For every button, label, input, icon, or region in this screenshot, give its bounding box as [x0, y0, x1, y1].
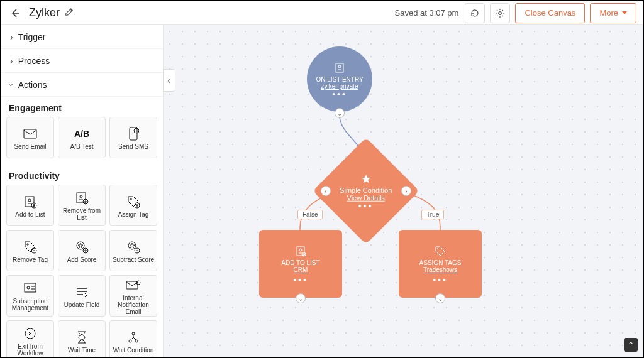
section-process[interactable]: › Process	[1, 49, 163, 73]
tiles-engagement: Send Email A/B A/B Test Send SMS	[1, 117, 163, 165]
node-subtitle: CRM	[294, 266, 308, 273]
close-canvas-button[interactable]: Close Canvas	[515, 3, 585, 23]
svg-point-32	[299, 249, 302, 251]
tile-ab-test[interactable]: A/B A/B Test	[58, 117, 106, 158]
group-title: Engagement	[1, 97, 163, 117]
tile-update-field[interactable]: Update Field	[58, 275, 106, 317]
group-title: Productivity	[1, 165, 163, 185]
refresh-button[interactable]	[465, 3, 485, 23]
svg-rect-1	[24, 129, 36, 138]
sidebar: › Trigger › Process › Actions Engagement…	[1, 25, 164, 357]
ab-icon: A/B	[74, 126, 89, 142]
section-label: Trigger	[18, 32, 46, 42]
start-node-title: ON LIST ENTRY	[316, 76, 363, 83]
chevron-down-icon: ›	[6, 83, 16, 86]
score-plus-icon	[75, 239, 89, 255]
tile-remove-tag[interactable]: Remove Tag	[6, 230, 54, 271]
svg-point-12	[27, 243, 28, 244]
add-to-list-node[interactable]: ADD TO LIST CRM •••	[259, 230, 342, 298]
remove-list-icon	[75, 190, 89, 206]
tile-add-to-list[interactable]: Add to List	[6, 185, 54, 226]
tile-subtract-score[interactable]: Subtract Score	[109, 230, 157, 271]
chevron-right-icon: ›	[10, 32, 13, 42]
svg-point-23	[132, 332, 135, 335]
branch-label-false: False	[297, 210, 323, 219]
tiles-productivity: Add to List Remove from List Assign Tag …	[1, 185, 163, 357]
chevron-up-icon: ⌃	[628, 340, 634, 349]
node-title: ADD TO LIST	[281, 259, 319, 266]
notify-email-icon	[126, 277, 141, 293]
svg-point-3	[134, 128, 139, 133]
exit-icon	[23, 325, 37, 342]
node-title: ASSIGN TAGS	[419, 259, 462, 266]
assign-tags-node[interactable]: ASSIGN TAGS Tradeshows •••	[399, 230, 482, 298]
canvas[interactable]: ‹ ON LIST ENTRY zylker private ••• ⌄ Sim…	[164, 25, 643, 357]
connector-knob[interactable]: ⌄	[435, 293, 445, 303]
list-entry-icon	[334, 62, 345, 73]
tile-exit-workflow[interactable]: Exit from Workflow	[6, 320, 54, 357]
svg-point-30	[338, 65, 341, 68]
subscription-icon	[23, 280, 37, 296]
saved-status: Saved at 3:07 pm	[395, 8, 459, 18]
section-label: Actions	[18, 80, 47, 90]
tag-minus-icon	[23, 239, 37, 255]
node-menu-icon[interactable]: •••	[433, 278, 448, 282]
connector-knob[interactable]: ⌄	[296, 293, 306, 303]
node-menu-icon[interactable]: •••	[340, 204, 392, 208]
refresh-icon	[470, 8, 480, 18]
pencil-icon	[65, 8, 74, 16]
svg-point-10	[130, 198, 131, 199]
tile-add-score[interactable]: Add Score	[58, 230, 106, 271]
section-trigger[interactable]: › Trigger	[1, 25, 163, 49]
node-menu-icon[interactable]: •••	[332, 92, 347, 96]
edit-title-button[interactable]	[65, 8, 74, 19]
tile-assign-tag[interactable]: Assign Tag	[109, 185, 157, 226]
gear-icon	[495, 8, 505, 18]
node-menu-icon[interactable]: •••	[293, 278, 308, 282]
top-bar: Zylker Saved at 3:07 pm Close Canvas Mor…	[1, 1, 643, 25]
more-button[interactable]: More	[590, 3, 636, 23]
tile-send-email[interactable]: Send Email	[6, 117, 54, 158]
section-label: Process	[18, 56, 50, 66]
score-minus-icon	[126, 239, 140, 255]
svg-point-34	[437, 248, 438, 249]
start-node[interactable]: ON LIST ENTRY zylker private •••	[307, 46, 372, 112]
page-title: Zylker	[29, 6, 60, 19]
tile-wait-time[interactable]: Wait Time	[58, 320, 106, 357]
diamond-right-knob[interactable]: ›	[401, 186, 411, 196]
tile-remove-from-list[interactable]: Remove from List	[58, 185, 106, 226]
tile-send-sms[interactable]: Send SMS	[109, 117, 157, 158]
svg-point-8	[80, 195, 82, 198]
svg-point-0	[499, 11, 502, 14]
add-list-icon	[295, 246, 306, 257]
diamond-left-knob[interactable]: ‹	[321, 186, 331, 196]
envelope-icon	[23, 126, 37, 142]
tile-internal-notification-email[interactable]: Internal Notification Email	[109, 275, 157, 317]
section-actions[interactable]: › Actions	[1, 73, 163, 97]
scroll-to-top-button[interactable]: ⌃	[624, 338, 638, 352]
chevron-right-icon: ›	[10, 56, 13, 66]
svg-rect-2	[130, 127, 137, 140]
condition-icon	[361, 174, 371, 184]
svg-rect-18	[25, 283, 36, 292]
sms-icon	[128, 126, 139, 142]
chevron-down-icon	[622, 11, 627, 14]
branch-label-true: True	[421, 210, 444, 219]
collapse-sidebar-button[interactable]: ‹	[163, 69, 175, 92]
chevron-left-icon: ‹	[167, 75, 170, 86]
svg-point-5	[28, 199, 31, 202]
connector-knob[interactable]: ⌄	[335, 108, 345, 118]
hourglass-icon	[76, 329, 87, 345]
tile-wait-condition[interactable]: Wait Condition	[109, 320, 157, 357]
back-button[interactable]	[8, 6, 23, 21]
add-list-icon	[23, 193, 37, 210]
wait-condition-icon	[126, 329, 140, 345]
settings-button[interactable]	[490, 3, 510, 23]
condition-title: Simple Condition	[340, 187, 392, 194]
tag-icon	[435, 246, 446, 257]
svg-point-19	[27, 286, 30, 289]
update-field-icon	[75, 284, 89, 300]
tile-subscription-management[interactable]: Subscription Management	[6, 275, 54, 317]
tag-plus-icon	[126, 193, 140, 210]
svg-rect-20	[126, 281, 138, 289]
